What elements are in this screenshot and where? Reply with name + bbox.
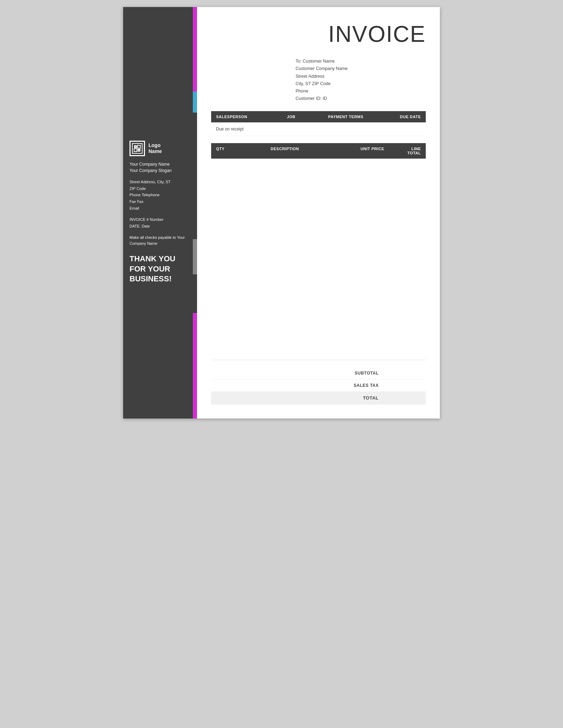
sidebar: Logo Name Your Company Name Your Company…: [123, 7, 197, 419]
salesperson-header: SALESPERSON JOB PAYMENT TERMS DUE DATE: [211, 111, 426, 122]
grand-total-row: TOTAL: [211, 392, 426, 404]
subtotal-label: SUBTOTAL: [216, 371, 386, 376]
col-payment-terms: PAYMENT TERMS: [312, 115, 380, 119]
col-qty: QTY: [216, 147, 247, 155]
items-header: QTY DESCRIPTION UNIT PRICE LINE TOTAL: [211, 143, 426, 159]
svg-rect-6: [139, 150, 139, 151]
col-unit-price: UNIT PRICE: [323, 147, 384, 155]
sales-tax-label: SALES TAX: [216, 383, 386, 388]
accent-purple-top: [193, 7, 197, 91]
col-salesperson: SALESPERSON: [216, 115, 271, 119]
subtotal-value: [386, 371, 421, 376]
accent-purple-bottom: [193, 313, 197, 419]
invoice-title: INVOICE: [211, 21, 426, 47]
company-address: Street Address, City, ST ZIP Code Phone …: [129, 179, 191, 211]
total-label: TOTAL: [216, 395, 386, 401]
total-value: [386, 395, 421, 401]
company-name: Your Company Name Your Company Slogan: [129, 161, 191, 174]
svg-rect-2: [138, 145, 140, 148]
logo-area: Logo Name: [129, 141, 191, 156]
col-job: JOB: [271, 115, 311, 119]
payable-text: Make all checks payable to Your Company …: [129, 235, 191, 247]
billing-info: To: Customer Name Customer Company Name …: [296, 58, 426, 103]
sales-tax-row: SALES TAX: [211, 379, 426, 392]
main-content: INVOICE To: Customer Name Customer Compa…: [197, 7, 440, 419]
col-due-date: DUE DATE: [380, 115, 421, 119]
accent-cyan: [193, 91, 197, 113]
totals-area: SUBTOTAL SALES TAX TOTAL: [211, 367, 426, 404]
items-area: [211, 159, 426, 360]
invoice-page: Logo Name Your Company Name Your Company…: [123, 7, 440, 419]
col-line-total: LINE TOTAL: [384, 147, 421, 155]
col-description: DESCRIPTION: [247, 147, 323, 155]
thank-you-text: THANK YOU FOR YOUR BUSINESS!: [129, 254, 191, 284]
logo-icon: [129, 141, 145, 156]
sales-tax-value: [386, 383, 421, 388]
svg-rect-3: [134, 149, 137, 152]
logo-label: Logo Name: [148, 142, 162, 154]
accent-gray: [193, 239, 197, 274]
invoice-meta: INVOICE # Number DATE: Date: [129, 216, 191, 229]
payment-terms-row: Due on receipt: [211, 122, 426, 136]
svg-rect-5: [135, 146, 136, 147]
payment-terms-value: Due on receipt: [216, 127, 243, 132]
subtotal-row: SUBTOTAL: [211, 367, 426, 379]
